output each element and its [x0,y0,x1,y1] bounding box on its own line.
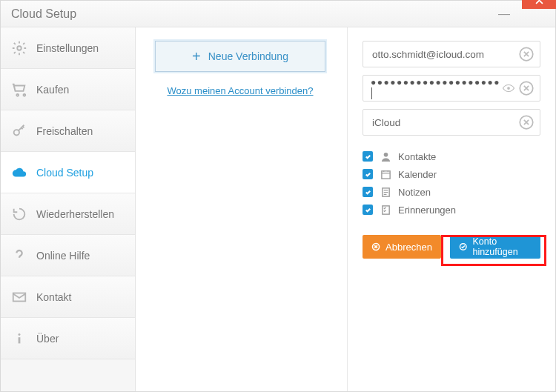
sidebar-item-unlock[interactable]: Freischalten [1,110,135,152]
svg-point-1 [14,130,19,135]
app-window: Cloud Setup — Einstellungen Kaufen [0,0,556,392]
svg-point-9 [383,152,388,156]
sidebar-item-about[interactable]: Über [1,318,135,359]
sidebar-item-label: Wiederherstellen [36,208,114,220]
add-account-button[interactable]: Konto hinzufügen [450,235,540,259]
new-connection-label: Neue Verbindung [208,50,288,62]
window-title: Cloud Setup [11,7,488,21]
why-connect-link[interactable]: Wozu meinen Account verbinden? [155,85,325,96]
svg-point-3 [19,333,21,336]
svg-point-0 [17,46,21,50]
sidebar-item-label: Über [36,333,59,345]
cancel-button[interactable]: Abbrechen [363,235,441,259]
clear-service-icon[interactable] [519,115,534,130]
calendar-icon [380,168,391,180]
sidebar-item-label: Online Hilfe [36,250,90,262]
checkbox-calendar[interactable] [363,169,373,179]
center-panel: + Neue Verbindung Wozu meinen Account ve… [136,27,348,391]
contact-icon [380,150,391,162]
sidebar-item-restore[interactable]: Wiederherstellen [1,193,135,235]
sidebar-item-contact[interactable]: Kontakt [1,276,135,318]
password-field[interactable]: ●●●●●●●●●●●●●●●●●●●● [371,77,501,99]
new-connection-button[interactable]: + Neue Verbindung [155,41,325,72]
sidebar-item-cloud-setup[interactable]: Cloud Setup [1,152,135,193]
titlebar: Cloud Setup — [1,1,555,27]
svg-rect-4 [19,337,21,343]
mail-icon [11,289,27,305]
sidebar-item-label: Kaufen [36,84,69,96]
cloud-icon [11,165,27,181]
cart-icon [11,82,27,98]
notes-icon [380,186,391,198]
option-calendar: Kalender [363,168,540,180]
sidebar-item-settings[interactable]: Einstellungen [1,27,135,69]
sync-options: Kontakte Kalender Notizen Erinnerungen [363,150,540,216]
email-field-wrap [363,41,540,67]
option-label: Notizen [398,187,431,198]
svg-point-6 [507,87,510,90]
password-field-wrap: ●●●●●●●●●●●●●●●●●●●● [363,75,540,102]
sidebar: Einstellungen Kaufen Freischalten Cloud … [1,27,136,391]
clear-email-icon[interactable] [519,47,534,62]
sidebar-item-label: Cloud Setup [36,167,93,179]
checkbox-contacts[interactable] [363,151,373,162]
sidebar-item-help[interactable]: Online Hilfe [1,235,135,276]
account-form: ●●●●●●●●●●●●●●●●●●●● Kontakte [348,27,555,391]
sidebar-item-label: Einstellungen [36,42,99,54]
checkbox-notes[interactable] [363,187,373,197]
minimize-button[interactable]: — [488,5,520,23]
option-reminders: Erinnerungen [363,204,540,216]
service-field[interactable] [371,116,519,129]
close-button[interactable] [522,0,556,9]
option-contacts: Kontakte [363,150,540,162]
show-password-icon[interactable] [501,81,516,96]
option-notes: Notizen [363,186,540,198]
option-label: Erinnerungen [398,205,456,216]
service-field-wrap [363,109,540,136]
sidebar-item-label: Kontakt [36,291,71,303]
reminders-icon [380,204,391,216]
sidebar-item-label: Freischalten [36,125,93,137]
sidebar-item-buy[interactable]: Kaufen [1,69,135,110]
checkbox-reminders[interactable] [363,205,373,215]
plus-icon: + [192,49,201,64]
email-field[interactable] [371,48,519,61]
cancel-label: Abbrechen [385,242,432,253]
restore-icon [11,206,27,222]
info-icon [11,330,27,347]
option-label: Kalender [398,169,437,180]
gear-icon [11,40,27,56]
option-label: Kontakte [398,151,436,162]
add-label: Konto hinzufügen [472,236,532,257]
svg-rect-10 [381,170,389,178]
question-icon [11,248,27,264]
key-icon [11,123,27,139]
form-buttons: Abbrechen Konto hinzufügen [363,235,540,259]
clear-password-icon[interactable] [519,81,534,96]
